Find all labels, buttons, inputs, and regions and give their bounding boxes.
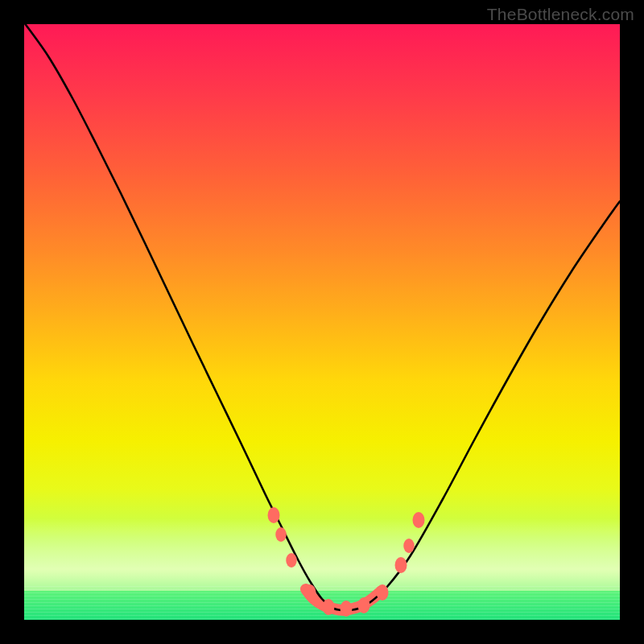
- watermark-text: TheBottleneck.com: [487, 5, 634, 24]
- curve-path: [24, 24, 620, 610]
- curve-marker: [377, 584, 389, 601]
- curve-marker: [341, 601, 353, 617]
- curve-marker: [413, 512, 425, 528]
- curve-marker: [403, 539, 415, 553]
- curve-marker: [304, 584, 316, 601]
- plot-area: [24, 24, 620, 620]
- marker-group: [268, 507, 425, 617]
- curve-marker: [275, 527, 287, 542]
- bottleneck-curve: [24, 24, 620, 610]
- curve-marker: [268, 507, 280, 523]
- curve-marker: [323, 599, 335, 615]
- curve-layer: [24, 24, 620, 620]
- chart-frame: TheBottleneck.com: [0, 0, 644, 644]
- curve-marker: [395, 557, 407, 573]
- curve-marker: [286, 553, 297, 568]
- curve-marker: [358, 597, 370, 613]
